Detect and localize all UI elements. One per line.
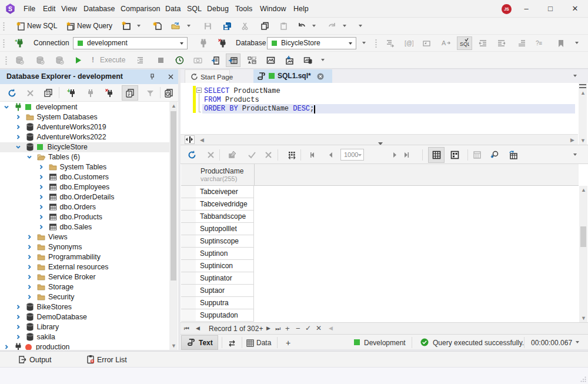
- svg-text:SQL: SQL: [460, 41, 469, 47]
- svg-text:[@]: [@]: [405, 40, 413, 46]
- svg-text:+: +: [15, 38, 18, 44]
- svg-text:+: +: [67, 88, 71, 94]
- svg-text:✱: ✱: [66, 21, 71, 27]
- svg-text:✱: ✱: [153, 21, 158, 27]
- svg-text:A: A: [442, 39, 446, 46]
- svg-text:?≡: ?≡: [536, 40, 543, 46]
- svg-text:✱: ✱: [16, 21, 21, 27]
- svg-text:✱: ✱: [122, 21, 126, 26]
- svg-text:S: S: [8, 6, 12, 12]
